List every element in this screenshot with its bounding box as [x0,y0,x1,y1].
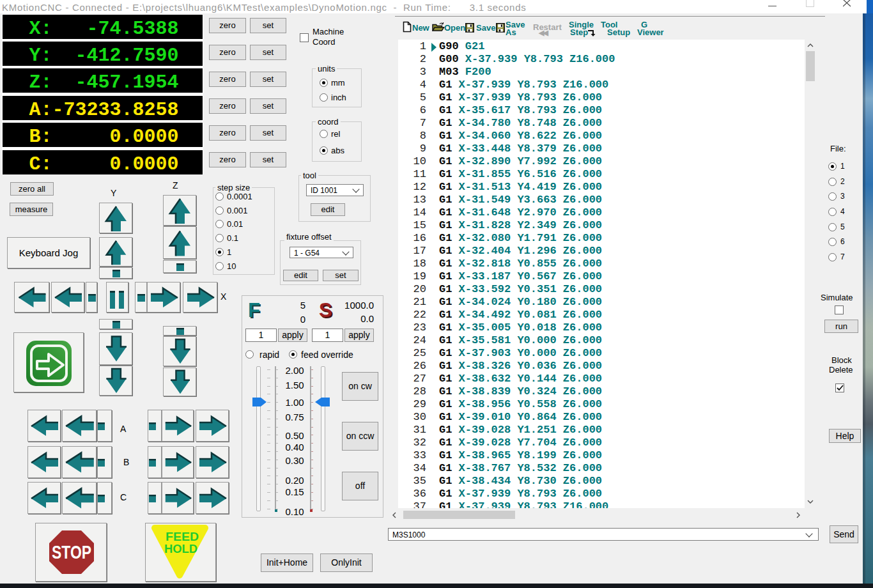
svg-text:STOP: STOP [52,541,91,562]
svg-text:FEED: FEED [166,530,199,543]
svg-text:HOLD: HOLD [164,542,197,555]
